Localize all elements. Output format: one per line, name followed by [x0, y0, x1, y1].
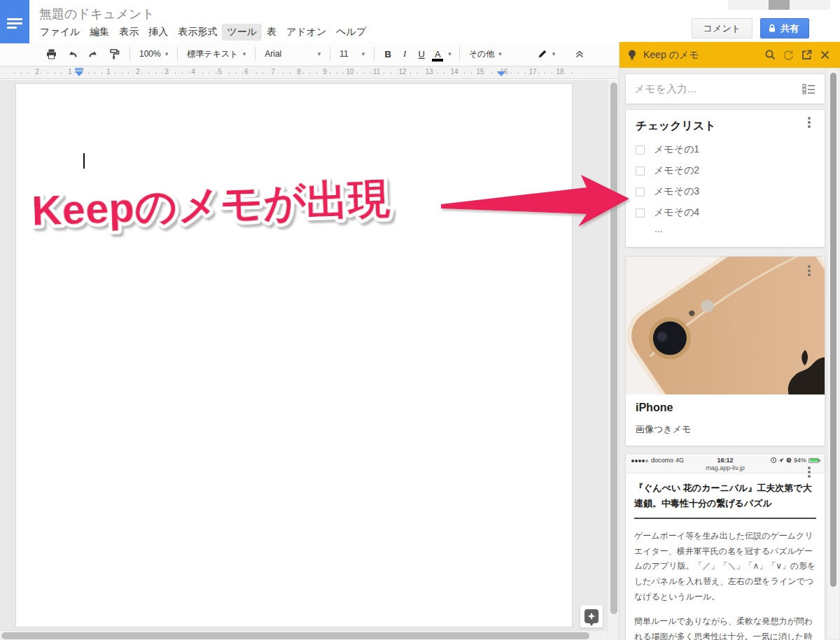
ruler-number: 3	[163, 68, 170, 76]
note-input-placeholder: メモを入力...	[634, 83, 802, 96]
checkbox[interactable]	[636, 166, 645, 176]
main-editor-column: 100%▾ 標準テキスト▾ Arial▾ 11▾ B I U A ▾	[0, 42, 619, 640]
toolbar: 100%▾ 標準テキスト▾ Arial▾ 11▾ B I U A ▾	[0, 42, 619, 66]
ruler-number: 17	[527, 68, 538, 76]
redo-icon[interactable]	[84, 46, 102, 62]
share-button[interactable]: 共有	[760, 18, 809, 38]
text-color-button[interactable]: A	[430, 48, 445, 60]
ruler-number: 1	[105, 68, 112, 76]
menu-table[interactable]: 表	[262, 24, 281, 41]
keep-panel: Keep のメモ メモを入力...	[619, 42, 840, 640]
checklist-item[interactable]: メモその3	[636, 181, 815, 202]
text-color-caret[interactable]: ▾	[448, 50, 451, 57]
right-indent-marker[interactable]	[497, 71, 505, 76]
document-horizontal-scrollbar[interactable]	[0, 630, 608, 640]
paint-format-icon[interactable]	[105, 46, 123, 62]
document-vertical-scrollbar[interactable]	[608, 80, 619, 640]
ruler-number: 8	[295, 68, 302, 76]
menu-format[interactable]: 表示形式	[173, 24, 222, 41]
checkbox[interactable]	[636, 187, 645, 197]
keep-checklist-card[interactable]: チェックリスト メモその1 メモその2 メモその3 メモその4 ...	[625, 109, 825, 248]
print-icon[interactable]	[42, 46, 60, 62]
more-button[interactable]: その他▾	[465, 45, 506, 62]
menu-file[interactable]: ファイル	[35, 24, 85, 41]
card-menu-icon[interactable]	[808, 117, 816, 131]
orientation-lock-icon	[771, 457, 776, 463]
explore-button[interactable]	[580, 604, 603, 628]
menu-help[interactable]: ヘルプ	[331, 24, 371, 41]
ruler-number: 1	[66, 68, 74, 76]
refresh-icon[interactable]	[779, 46, 797, 64]
menu-insert[interactable]: 挿入	[144, 24, 173, 41]
article-paragraph-1: ゲームボーイ等を生み出した伝説のゲームクリエイター、横井軍平氏の名を冠するパズル…	[634, 529, 816, 604]
ruler-number: 18	[554, 68, 565, 76]
battery-percent: 94%	[794, 457, 806, 464]
bold-button[interactable]: B	[379, 49, 396, 59]
left-indent-marker[interactable]	[75, 68, 83, 78]
header: 無題のドキュメント ファイル 編集 表示 挿入 表示形式 ツール 表 アドオン …	[0, 0, 840, 42]
menu-edit[interactable]: 編集	[85, 24, 114, 41]
ruler-number: 5	[216, 68, 223, 76]
collapse-toolbar-icon[interactable]	[570, 46, 589, 62]
search-icon[interactable]	[761, 46, 779, 64]
comment-button[interactable]: コメント	[692, 18, 752, 38]
status-time: 16:12	[717, 457, 733, 464]
carrier-label: docomo	[651, 457, 673, 464]
keep-image-card[interactable]: iPhone 画像つきメモ	[625, 256, 825, 446]
menu-tools[interactable]: ツール	[222, 24, 262, 41]
close-icon[interactable]	[816, 46, 834, 64]
image-card-title: iPhone	[636, 401, 815, 414]
open-in-new-icon[interactable]	[797, 46, 816, 64]
font-select[interactable]: Arial▾	[260, 45, 325, 62]
ruler-number: 14	[449, 68, 459, 76]
keep-panel-body: メモを入力... チェックリスト メモその1 メモその2	[620, 68, 840, 640]
ruler-number: 6	[243, 68, 250, 76]
keep-panel-header: Keep のメモ	[620, 42, 840, 68]
ruler[interactable]: 21123456789101112131415161718	[0, 66, 619, 79]
document-title[interactable]: 無題のドキュメント	[39, 6, 155, 22]
document-area	[0, 80, 619, 640]
card-menu-icon[interactable]	[808, 467, 816, 481]
ruler-number: 11	[372, 68, 382, 76]
underline-button[interactable]: U	[413, 49, 430, 59]
location-arrow-icon	[778, 457, 784, 463]
checklist-item[interactable]: メモその1	[636, 139, 815, 160]
menu-addons[interactable]: アドオン	[281, 24, 331, 41]
font-size-select[interactable]: 11▾	[335, 45, 369, 62]
new-checklist-icon[interactable]	[802, 83, 816, 94]
alarm-icon	[786, 457, 792, 463]
paragraph-style-select[interactable]: 標準テキスト▾	[183, 45, 250, 62]
checklist-overflow: ...	[636, 223, 815, 240]
checklist-item[interactable]: メモその4	[636, 202, 815, 223]
ruler-number: 2	[134, 68, 141, 76]
mobile-status-bar: docomo 4G 16:12	[626, 454, 825, 474]
ruler-number: 10	[344, 68, 355, 76]
keep-scrollbar[interactable]	[828, 70, 839, 639]
keep-note-input[interactable]: メモを入力...	[625, 73, 825, 104]
docs-menu-icon[interactable]	[0, 0, 29, 43]
battery-icon	[808, 458, 819, 463]
keep-article-card[interactable]: docomo 4G 16:12	[625, 453, 825, 640]
card-menu-icon[interactable]	[808, 265, 816, 279]
checkbox[interactable]	[636, 208, 645, 218]
zoom-select[interactable]: 100%▾	[135, 45, 172, 62]
ruler-number: 7	[270, 68, 276, 76]
undo-icon[interactable]	[63, 46, 81, 62]
checkbox[interactable]	[636, 145, 645, 155]
ruler-number: 15	[475, 68, 485, 76]
editing-mode-select[interactable]: ▾	[533, 45, 560, 62]
menu-view[interactable]: 表示	[114, 24, 144, 41]
ruler-number: 9	[321, 68, 328, 76]
ruler-number: 4	[190, 68, 197, 76]
document-page[interactable]	[15, 83, 573, 627]
ruler-number: 2	[34, 68, 41, 76]
lightbulb-icon	[626, 49, 638, 62]
network-label: 4G	[676, 457, 684, 464]
image-card-body: 画像つきメモ	[636, 423, 815, 436]
browser-scrollbar-thumb[interactable]	[769, 0, 790, 10]
italic-button[interactable]: I	[396, 48, 413, 59]
google-docs-window: 無題のドキュメント ファイル 編集 表示 挿入 表示形式 ツール 表 アドオン …	[0, 0, 840, 640]
article-paragraph-2: 簡単ルールでありながら、柔軟な発想力が問われる場面が多く思考性は十分。一気に消し…	[634, 614, 816, 640]
checklist-item[interactable]: メモその2	[636, 160, 815, 181]
pencil-icon	[537, 48, 548, 59]
